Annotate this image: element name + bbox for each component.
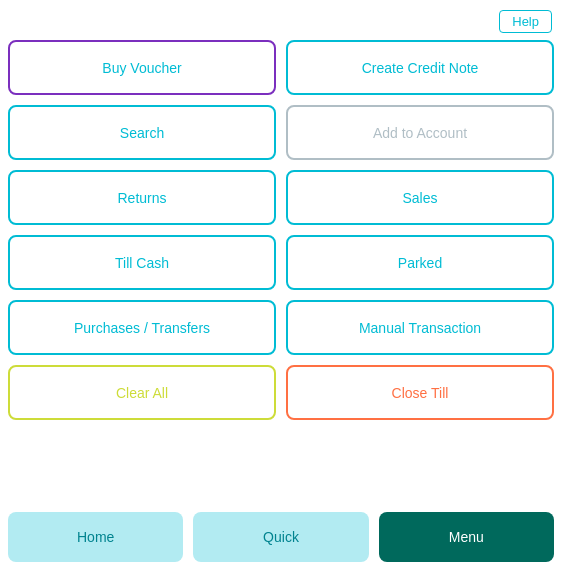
footer: Home Quick Menu [8,512,554,562]
manual-transaction-button[interactable]: Manual Transaction [286,300,554,355]
buy-voucher-button[interactable]: Buy Voucher [8,40,276,95]
quick-button[interactable]: Quick [193,512,368,562]
purchases-transfers-button[interactable]: Purchases / Transfers [8,300,276,355]
sales-button[interactable]: Sales [286,170,554,225]
help-button[interactable]: Help [499,10,552,33]
till-cash-button[interactable]: Till Cash [8,235,276,290]
add-to-account-button[interactable]: Add to Account [286,105,554,160]
menu-button[interactable]: Menu [379,512,554,562]
clear-all-button[interactable]: Clear All [8,365,276,420]
home-button[interactable]: Home [8,512,183,562]
parked-button[interactable]: Parked [286,235,554,290]
create-credit-note-button[interactable]: Create Credit Note [286,40,554,95]
search-button[interactable]: Search [8,105,276,160]
close-till-button[interactable]: Close Till [286,365,554,420]
returns-button[interactable]: Returns [8,170,276,225]
main-grid: Buy Voucher Create Credit Note Search Ad… [8,40,554,420]
